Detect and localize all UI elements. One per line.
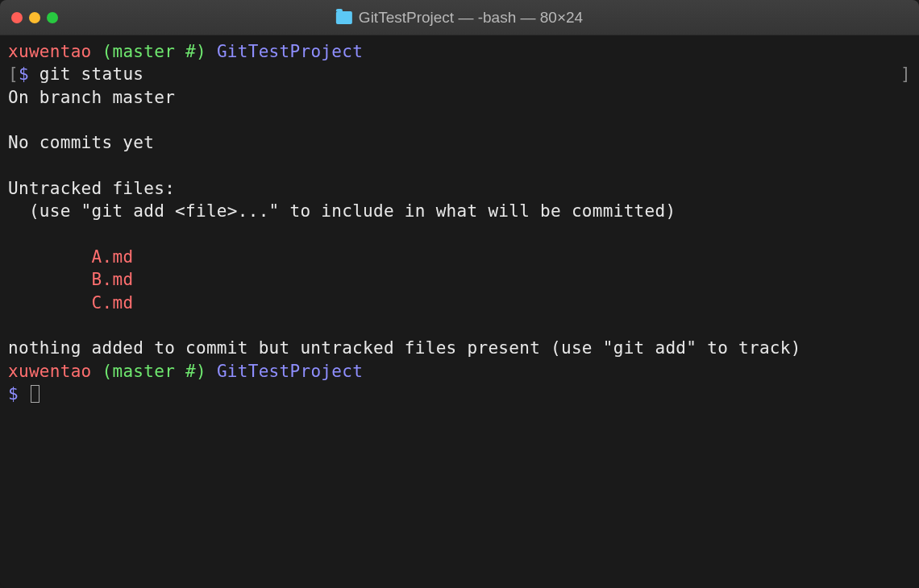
output-summary: nothing added to commit but untracked fi… (8, 337, 911, 359)
cursor (31, 385, 40, 403)
output-blank-4 (8, 314, 911, 337)
untracked-file-1: A.md (8, 246, 911, 268)
output-no-commits: No commits yet (8, 131, 911, 154)
prompt-path: GitTestProject (217, 42, 363, 61)
terminal-body[interactable]: xuwentao (master #) GitTestProject [$ gi… (0, 35, 919, 588)
prompt-input-line[interactable]: $ (8, 383, 911, 405)
prompt-sigil: $ (8, 384, 29, 404)
window-title: GitTestProject — -bash — 80×24 (336, 9, 583, 27)
prompt-line-1: xuwentao (master #) GitTestProject (8, 40, 911, 63)
prompt-sigil: $ (19, 64, 40, 84)
output-branch: On branch master (8, 86, 911, 109)
traffic-lights (11, 12, 58, 23)
bracket-open: [ (8, 64, 19, 84)
maximize-button[interactable] (47, 12, 58, 23)
folder-icon (336, 11, 352, 24)
prompt-line-2: xuwentao (master #) GitTestProject (8, 360, 911, 383)
command-line: [$ git status] (8, 63, 911, 85)
prompt-branch: (master #) (102, 362, 206, 381)
titlebar[interactable]: GitTestProject — -bash — 80×24 (0, 0, 919, 35)
untracked-file-3: C.md (8, 292, 911, 314)
prompt-branch: (master #) (102, 42, 206, 61)
output-untracked-header: Untracked files: (8, 177, 911, 200)
prompt-user: xuwentao (8, 362, 92, 381)
output-blank-1 (8, 109, 911, 131)
untracked-file-2: B.md (8, 268, 911, 291)
bracket-close: ] (900, 63, 911, 85)
command-text: git status (40, 64, 143, 84)
close-button[interactable] (11, 12, 23, 23)
output-blank-2 (8, 155, 911, 177)
output-blank-3 (8, 223, 911, 246)
prompt-user: xuwentao (8, 42, 92, 61)
minimize-button[interactable] (29, 12, 40, 23)
prompt-path: GitTestProject (217, 362, 363, 381)
terminal-window: GitTestProject — -bash — 80×24 xuwentao … (0, 0, 919, 588)
output-untracked-hint: (use "git add <file>..." to include in w… (8, 200, 911, 222)
title-text: GitTestProject — -bash — 80×24 (359, 9, 583, 27)
